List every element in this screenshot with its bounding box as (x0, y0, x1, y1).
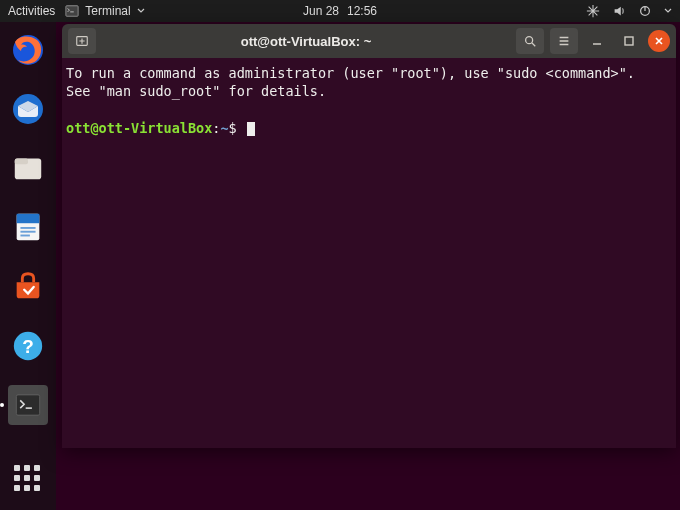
svg-rect-13 (16, 395, 39, 415)
chevron-down-icon (664, 7, 672, 15)
volume-icon (612, 4, 626, 18)
close-button[interactable] (648, 30, 670, 52)
svg-rect-0 (66, 6, 78, 17)
close-icon (654, 36, 664, 46)
dock: ? (0, 22, 56, 510)
window-title: ott@ott-VirtualBox: ~ (102, 34, 510, 49)
hamburger-menu-button[interactable] (550, 28, 578, 54)
app-menu[interactable]: Terminal (65, 4, 144, 18)
svg-rect-7 (17, 214, 40, 223)
clock[interactable]: Jun 28 12:56 (303, 4, 377, 18)
svg-rect-5 (15, 159, 28, 165)
topbar-left: Activities Terminal (8, 4, 145, 18)
terminal-icon (13, 391, 43, 419)
app-menu-label: Terminal (85, 4, 130, 18)
workspace: ott@ott-VirtualBox: ~ (56, 22, 680, 510)
ubuntu-software-icon (11, 269, 45, 303)
titlebar-right (516, 28, 670, 54)
prompt-path: ~ (220, 120, 228, 136)
motd-line-1: To run a command as administrator (user … (66, 65, 635, 81)
dock-item-libreoffice-writer[interactable] (8, 208, 48, 247)
help-icon: ? (11, 329, 45, 363)
chevron-down-icon (137, 7, 145, 15)
maximize-button[interactable] (616, 29, 642, 53)
prompt-userhost: ott@ott-VirtualBox (66, 120, 212, 136)
svg-text:?: ? (22, 335, 34, 356)
svg-rect-8 (20, 227, 35, 229)
search-button[interactable] (516, 28, 544, 54)
gnome-topbar: Activities Terminal Jun 28 12:56 (0, 0, 680, 22)
prompt-symbol: $ (229, 120, 237, 136)
terminal-window: ott@ott-VirtualBox: ~ (62, 24, 676, 448)
window-titlebar[interactable]: ott@ott-VirtualBox: ~ (62, 24, 676, 58)
svg-rect-9 (20, 231, 35, 233)
thunderbird-icon (10, 91, 46, 127)
dock-item-terminal[interactable] (8, 385, 48, 424)
terminal-icon (65, 4, 79, 18)
firefox-icon (10, 32, 46, 68)
dock-item-ubuntu-software[interactable] (8, 267, 48, 306)
minimize-icon (591, 35, 603, 47)
power-icon (638, 4, 652, 18)
files-icon (11, 151, 45, 185)
cursor (247, 122, 255, 136)
search-icon (523, 34, 537, 48)
dock-item-help[interactable]: ? (8, 326, 48, 365)
hamburger-icon (557, 34, 571, 48)
maximize-icon (623, 35, 635, 47)
dock-item-thunderbird[interactable] (8, 89, 48, 128)
dock-item-firefox[interactable] (8, 30, 48, 69)
motd-line-2: See "man sudo_root" for details. (66, 83, 326, 99)
show-applications-button[interactable] (14, 465, 42, 492)
minimize-button[interactable] (584, 29, 610, 53)
new-tab-icon (75, 34, 89, 48)
activities-button[interactable]: Activities (8, 4, 55, 18)
status-area[interactable] (586, 4, 672, 18)
terminal-content[interactable]: To run a command as administrator (user … (62, 58, 676, 448)
svg-rect-10 (20, 235, 29, 237)
svg-rect-16 (625, 37, 633, 45)
svg-point-15 (526, 37, 533, 44)
time-label: 12:56 (347, 4, 377, 18)
network-icon (586, 4, 600, 18)
dock-item-files[interactable] (8, 148, 48, 187)
libreoffice-writer-icon (11, 210, 45, 244)
main-area: ? ott@ott-VirtualBox: ~ (0, 22, 680, 510)
new-tab-button[interactable] (68, 28, 96, 54)
date-label: Jun 28 (303, 4, 339, 18)
